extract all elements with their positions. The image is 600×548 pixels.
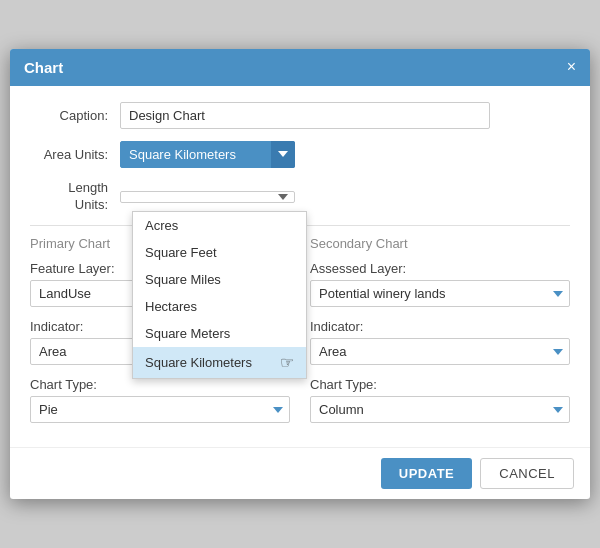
assessed-layer-label: Assessed Layer: bbox=[310, 261, 570, 276]
secondary-chart-type-select-wrapper[interactable]: Column bbox=[310, 396, 570, 423]
chart-dialog: Chart × Caption: Area Units: Square Kilo… bbox=[10, 49, 590, 500]
primary-chart-type-select[interactable]: Pie bbox=[30, 396, 290, 423]
assessed-layer-group: Assessed Layer: Potential winery lands bbox=[310, 261, 570, 307]
assessed-layer-select-wrapper[interactable]: Potential winery lands bbox=[310, 280, 570, 307]
area-units-label: Area Units: bbox=[30, 147, 120, 162]
cursor-icon: ☞ bbox=[280, 353, 294, 372]
dropdown-option-acres[interactable]: Acres bbox=[133, 212, 306, 239]
secondary-indicator-select-wrapper[interactable]: Area bbox=[310, 338, 570, 365]
secondary-indicator-value: Area bbox=[319, 344, 346, 359]
secondary-chart-type-group: Chart Type: Column bbox=[310, 377, 570, 423]
area-units-value: Square Kilometers bbox=[129, 147, 236, 162]
length-units-row: LengthUnits: bbox=[30, 180, 570, 214]
area-units-select[interactable]: Square Kilometers bbox=[120, 141, 295, 168]
area-units-select-wrapper[interactable]: Square Kilometers bbox=[120, 141, 295, 168]
dropdown-option-square-meters[interactable]: Square Meters bbox=[133, 320, 306, 347]
secondary-indicator-label: Indicator: bbox=[310, 319, 570, 334]
secondary-chart-type-value: Column bbox=[319, 402, 364, 417]
dropdown-option-hectares[interactable]: Hectares bbox=[133, 293, 306, 320]
primary-chart-type-label: Chart Type: bbox=[30, 377, 290, 392]
area-units-dropdown[interactable]: Acres Square Feet Square Miles Hectares … bbox=[132, 211, 307, 379]
primary-chart-type-group: Chart Type: Pie bbox=[30, 377, 290, 423]
dropdown-option-square-km[interactable]: Square Kilometers ☞ bbox=[133, 347, 306, 378]
secondary-indicator-group: Indicator: Area bbox=[310, 319, 570, 365]
length-units-label: LengthUnits: bbox=[30, 180, 120, 214]
secondary-chart-label: Secondary Chart bbox=[310, 236, 570, 251]
dialog-header: Chart × bbox=[10, 49, 590, 86]
secondary-indicator-select[interactable]: Area bbox=[310, 338, 570, 365]
primary-indicator-value: Area bbox=[39, 344, 66, 359]
length-units-select-wrapper[interactable] bbox=[120, 191, 295, 203]
dialog-body: Caption: Area Units: Square Kilometers A… bbox=[10, 86, 590, 448]
primary-chart-type-value: Pie bbox=[39, 402, 58, 417]
assessed-layer-select[interactable]: Potential winery lands bbox=[310, 280, 570, 307]
dropdown-option-square-feet[interactable]: Square Feet bbox=[133, 239, 306, 266]
caption-input[interactable] bbox=[120, 102, 490, 129]
dropdown-option-square-miles[interactable]: Square Miles bbox=[133, 266, 306, 293]
caption-label: Caption: bbox=[30, 108, 120, 123]
caption-row: Caption: bbox=[30, 102, 570, 129]
area-units-row: Area Units: Square Kilometers Acres Squa… bbox=[30, 141, 570, 168]
dialog-title: Chart bbox=[24, 59, 63, 76]
assessed-layer-value: Potential winery lands bbox=[319, 286, 445, 301]
close-button[interactable]: × bbox=[567, 59, 576, 75]
secondary-chart-column: Secondary Chart Assessed Layer: Potentia… bbox=[310, 236, 570, 435]
feature-layer-value: LandUse bbox=[39, 286, 91, 301]
primary-chart-type-select-wrapper[interactable]: Pie bbox=[30, 396, 290, 423]
length-units-select[interactable] bbox=[120, 191, 295, 203]
dialog-footer: UPDATE CANCEL bbox=[10, 447, 590, 499]
update-button[interactable]: UPDATE bbox=[381, 458, 472, 489]
secondary-chart-type-label: Chart Type: bbox=[310, 377, 570, 392]
secondary-chart-type-select[interactable]: Column bbox=[310, 396, 570, 423]
cancel-button[interactable]: CANCEL bbox=[480, 458, 574, 489]
